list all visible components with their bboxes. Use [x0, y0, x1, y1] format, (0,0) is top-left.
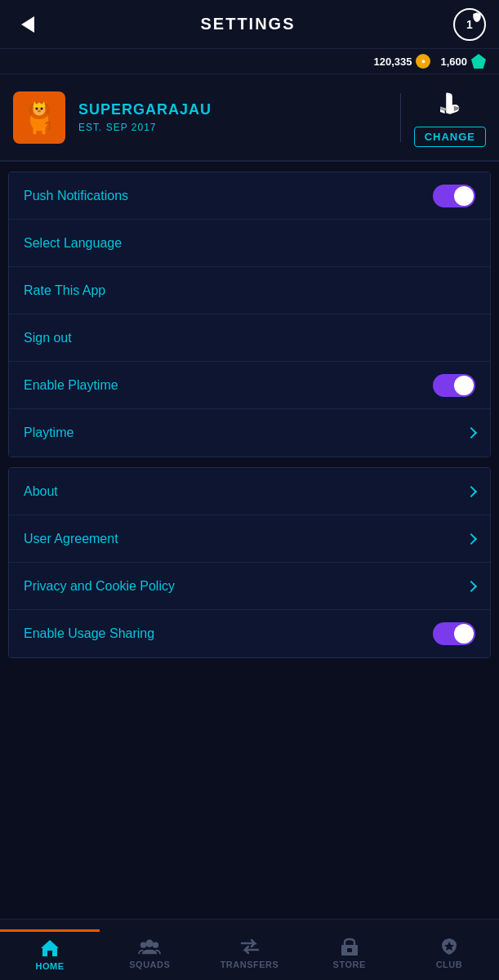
enable-playtime-toggle[interactable] [433, 374, 475, 397]
notification-button[interactable]: 1 [453, 8, 486, 41]
coins-display: 120,335 ● [373, 54, 430, 69]
coin-icon: ● [416, 54, 430, 69]
nav-transfers-label: TRANSFERS [221, 960, 279, 969]
gems-display: 1,600 [440, 54, 486, 69]
user-agreement-item[interactable]: User Agreement [9, 515, 490, 563]
coins-value: 120,335 [373, 56, 412, 68]
chevron-right-icon [466, 427, 477, 439]
svg-point-6 [38, 109, 41, 112]
privacy-cookie-label: Privacy and Cookie Policy [24, 579, 175, 594]
push-notifications-item[interactable]: Push Notifications [9, 172, 490, 220]
transfers-svg [238, 937, 261, 956]
push-notifications-toggle[interactable] [433, 185, 475, 207]
nav-store[interactable]: STORE [300, 930, 399, 969]
push-notifications-label: Push Notifications [24, 189, 128, 203]
squads-svg [138, 937, 161, 956]
club-badge [13, 91, 65, 144]
select-language-item[interactable]: Select Language [9, 220, 490, 267]
back-button[interactable] [13, 10, 42, 39]
playstation-icon [434, 87, 466, 120]
nav-store-label: STORE [333, 960, 366, 969]
change-platform-button[interactable]: CHANGE [414, 127, 486, 147]
about-chevron-icon [466, 485, 477, 497]
enable-usage-sharing-label: Enable Usage Sharing [24, 626, 154, 641]
svg-point-11 [140, 942, 146, 947]
enable-usage-sharing-item[interactable]: Enable Usage Sharing [9, 610, 490, 657]
profile-divider [400, 93, 401, 142]
toggle-knob-3 [454, 624, 474, 644]
nav-transfers[interactable]: TRANSFERS [199, 930, 299, 969]
svg-rect-8 [33, 127, 37, 134]
club-icon [438, 937, 461, 956]
profile-name: SUPERGARAJAU [78, 101, 387, 118]
store-svg [339, 937, 360, 956]
privacy-cookie-chevron-icon [466, 580, 477, 591]
user-agreement-label: User Agreement [24, 532, 118, 546]
enable-playtime-label: Enable Playtime [24, 378, 118, 393]
header: SETTINGS 1 [0, 0, 499, 49]
svg-rect-14 [347, 948, 352, 952]
gem-icon [471, 54, 486, 69]
home-icon [38, 938, 61, 958]
sign-out-item[interactable]: Sign out [9, 314, 490, 362]
platform-section: CHANGE [414, 87, 486, 147]
toggle-knob-2 [454, 376, 474, 395]
rate-this-app-item[interactable]: Rate This App [9, 267, 490, 314]
svg-point-12 [153, 942, 158, 947]
back-arrow-icon [21, 16, 34, 33]
profile-est: EST. SEP 2017 [78, 122, 387, 133]
nav-club[interactable]: CLUB [399, 930, 499, 969]
svg-point-4 [36, 107, 38, 109]
rate-this-app-label: Rate This App [24, 283, 105, 298]
bottom-nav: HOME SQUADS TRANSFERS [0, 919, 499, 980]
transfers-icon [238, 937, 261, 956]
privacy-cookie-item[interactable]: Privacy and Cookie Policy [9, 563, 490, 610]
nav-home[interactable]: HOME [0, 929, 100, 971]
user-agreement-chevron-icon [466, 532, 477, 544]
sign-out-label: Sign out [24, 331, 72, 345]
playtime-item[interactable]: Playtime [9, 409, 490, 457]
profile-info: SUPERGARAJAU EST. SEP 2017 [78, 101, 387, 133]
about-item[interactable]: About [9, 468, 490, 515]
svg-point-10 [146, 940, 154, 947]
nav-squads[interactable]: SQUADS [100, 930, 199, 969]
nav-club-label: CLUB [436, 960, 463, 969]
svg-point-5 [41, 107, 43, 109]
nav-squads-label: SQUADS [129, 960, 170, 969]
settings-group-1: Push Notifications Select Language Rate … [8, 172, 491, 457]
enable-usage-sharing-toggle[interactable] [433, 622, 475, 645]
home-svg [39, 938, 60, 958]
lion-icon [19, 97, 60, 138]
about-label: About [24, 484, 58, 499]
profile-section: SUPERGARAJAU EST. SEP 2017 CHANGE [0, 74, 499, 162]
squads-icon [138, 937, 161, 956]
toggle-knob [454, 186, 474, 206]
club-svg [439, 937, 460, 956]
shield-icon [471, 11, 483, 23]
gems-value: 1,600 [440, 56, 467, 68]
enable-playtime-item[interactable]: Enable Playtime [9, 362, 490, 409]
currency-bar: 120,335 ● 1,600 [0, 49, 499, 74]
page-title: SETTINGS [42, 15, 453, 33]
store-icon [338, 937, 361, 956]
playtime-label: Playtime [24, 425, 74, 440]
svg-rect-9 [42, 127, 46, 134]
nav-home-label: HOME [36, 961, 65, 971]
settings-group-2: About User Agreement Privacy and Cookie … [8, 467, 491, 658]
select-language-label: Select Language [24, 236, 122, 251]
